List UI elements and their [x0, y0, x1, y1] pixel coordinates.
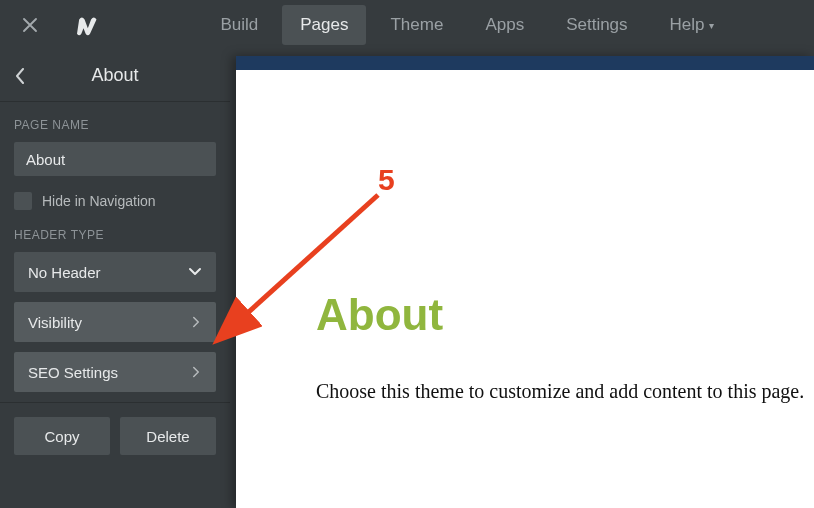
nav-label: Settings: [566, 15, 627, 35]
app-logo: [60, 0, 120, 50]
main-area: About PAGE NAME Hide in Navigation HEADE…: [0, 50, 814, 508]
nav-label: Apps: [485, 15, 524, 35]
topbar-left: [0, 0, 120, 50]
copy-button[interactable]: Copy: [14, 417, 110, 455]
copy-label: Copy: [44, 428, 79, 445]
page-name-input[interactable]: [14, 142, 216, 176]
hide-nav-row: Hide in Navigation: [14, 192, 216, 210]
hide-nav-checkbox[interactable]: [14, 192, 32, 210]
nav-pages[interactable]: Pages: [282, 5, 366, 45]
nav-label: Theme: [390, 15, 443, 35]
close-button[interactable]: [0, 0, 60, 50]
page-body-text: Choose this theme to customize and add c…: [316, 380, 814, 403]
nav-label: Pages: [300, 15, 348, 35]
page-name-label: PAGE NAME: [14, 118, 216, 132]
header-type-label: HEADER TYPE: [14, 228, 216, 242]
weebly-icon: [77, 12, 103, 38]
sidebar-header: About: [0, 50, 230, 102]
nav-help[interactable]: Help▾: [652, 5, 732, 45]
visibility-row[interactable]: Visibility: [14, 302, 216, 342]
top-bar: Build Pages Theme Apps Settings Help▾: [0, 0, 814, 50]
annotation-number: 5: [378, 163, 395, 197]
delete-button[interactable]: Delete: [120, 417, 216, 455]
seo-settings-row[interactable]: SEO Settings: [14, 352, 216, 392]
nav-label: Build: [220, 15, 258, 35]
visibility-label: Visibility: [28, 314, 82, 331]
sidebar-buttons: Copy Delete: [0, 417, 230, 455]
divider: [0, 402, 230, 403]
sidebar-body: PAGE NAME Hide in Navigation HEADER TYPE…: [0, 102, 230, 417]
back-button[interactable]: [0, 50, 40, 102]
hide-nav-label: Hide in Navigation: [42, 193, 156, 209]
delete-label: Delete: [146, 428, 189, 445]
seo-label: SEO Settings: [28, 364, 118, 381]
header-type-select[interactable]: No Header: [14, 252, 216, 292]
close-icon: [21, 16, 39, 34]
page-preview: About Choose this theme to customize and…: [236, 70, 814, 508]
nav-apps[interactable]: Apps: [467, 5, 542, 45]
chevron-right-icon: [190, 366, 202, 378]
top-nav: Build Pages Theme Apps Settings Help▾: [120, 5, 814, 45]
nav-theme[interactable]: Theme: [372, 5, 461, 45]
sidebar: About PAGE NAME Hide in Navigation HEADE…: [0, 50, 230, 508]
page-heading: About: [316, 290, 814, 340]
caret-down-icon: ▾: [709, 20, 714, 31]
canvas-top-strip: [236, 56, 814, 70]
nav-build[interactable]: Build: [202, 5, 276, 45]
canvas: About Choose this theme to customize and…: [230, 50, 814, 508]
header-type-value: No Header: [28, 264, 101, 281]
nav-label: Help: [670, 15, 705, 35]
nav-settings[interactable]: Settings: [548, 5, 645, 45]
chevron-left-icon: [15, 68, 25, 84]
chevron-down-icon: [188, 267, 202, 277]
chevron-right-icon: [190, 316, 202, 328]
